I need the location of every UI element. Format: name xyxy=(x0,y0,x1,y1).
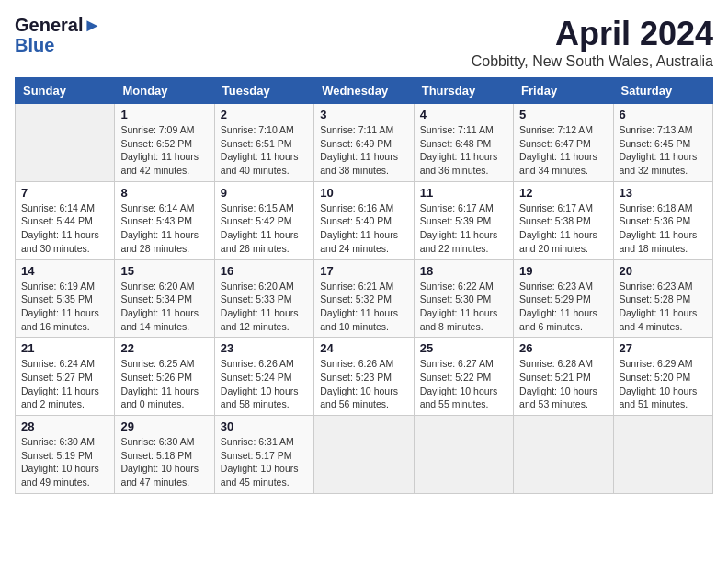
day-number: 16 xyxy=(221,264,308,278)
day-number: 17 xyxy=(320,264,407,278)
day-number: 2 xyxy=(221,108,308,121)
calendar-title: April 2024 xyxy=(472,15,713,53)
day-number: 21 xyxy=(21,341,108,355)
table-row xyxy=(514,416,613,494)
header-wednesday: Wednesday xyxy=(314,78,414,104)
day-info: Sunrise: 6:20 AM Sunset: 5:34 PM Dayligh… xyxy=(120,280,208,334)
day-info: Sunrise: 6:14 AM Sunset: 5:44 PM Dayligh… xyxy=(21,201,108,256)
day-number: 1 xyxy=(120,108,208,121)
table-row: 10Sunrise: 6:16 AM Sunset: 5:40 PM Dayli… xyxy=(314,181,414,259)
table-row: 28Sunrise: 6:30 AM Sunset: 5:19 PM Dayli… xyxy=(16,416,115,494)
table-row xyxy=(613,416,712,494)
day-number: 14 xyxy=(21,264,108,278)
table-row: 23Sunrise: 6:26 AM Sunset: 5:24 PM Dayli… xyxy=(214,338,313,416)
header-saturday: Saturday xyxy=(613,78,712,104)
table-row: 29Sunrise: 6:30 AM Sunset: 5:18 PM Dayli… xyxy=(115,416,214,494)
header-thursday: Thursday xyxy=(414,78,513,104)
calendar-table: Sunday Monday Tuesday Wednesday Thursday… xyxy=(15,77,713,494)
table-row: 12Sunrise: 6:17 AM Sunset: 5:38 PM Dayli… xyxy=(514,181,613,259)
day-info: Sunrise: 6:28 AM Sunset: 5:21 PM Dayligh… xyxy=(519,357,607,411)
table-row: 21Sunrise: 6:24 AM Sunset: 5:27 PM Dayli… xyxy=(16,338,115,416)
calendar-week-row: 7Sunrise: 6:14 AM Sunset: 5:44 PM Daylig… xyxy=(16,181,713,259)
day-info: Sunrise: 7:11 AM Sunset: 6:49 PM Dayligh… xyxy=(320,123,407,178)
table-row: 27Sunrise: 6:29 AM Sunset: 5:20 PM Dayli… xyxy=(613,338,712,416)
table-row xyxy=(414,416,513,494)
calendar-week-row: 14Sunrise: 6:19 AM Sunset: 5:35 PM Dayli… xyxy=(16,259,713,338)
day-info: Sunrise: 6:18 AM Sunset: 5:36 PM Dayligh… xyxy=(620,201,707,256)
day-number: 12 xyxy=(519,186,607,200)
table-row: 25Sunrise: 6:27 AM Sunset: 5:22 PM Dayli… xyxy=(414,338,513,416)
day-number: 27 xyxy=(620,341,707,355)
header-monday: Monday xyxy=(115,78,214,104)
day-number: 13 xyxy=(620,186,707,200)
day-info: Sunrise: 7:12 AM Sunset: 6:47 PM Dayligh… xyxy=(519,123,607,178)
day-number: 8 xyxy=(120,186,208,200)
day-number: 9 xyxy=(221,186,308,200)
day-info: Sunrise: 6:21 AM Sunset: 5:32 PM Dayligh… xyxy=(320,280,407,334)
table-row: 13Sunrise: 6:18 AM Sunset: 5:36 PM Dayli… xyxy=(613,181,712,259)
header-tuesday: Tuesday xyxy=(214,78,313,104)
day-info: Sunrise: 7:09 AM Sunset: 6:52 PM Dayligh… xyxy=(120,123,208,178)
table-row: 5Sunrise: 7:12 AM Sunset: 6:47 PM Daylig… xyxy=(514,104,613,182)
table-row: 9Sunrise: 6:15 AM Sunset: 5:42 PM Daylig… xyxy=(214,181,313,259)
day-info: Sunrise: 6:31 AM Sunset: 5:17 PM Dayligh… xyxy=(221,435,308,489)
day-number: 30 xyxy=(221,419,308,433)
header-friday: Friday xyxy=(514,78,613,104)
table-row: 8Sunrise: 6:14 AM Sunset: 5:43 PM Daylig… xyxy=(115,181,214,259)
table-row: 16Sunrise: 6:20 AM Sunset: 5:33 PM Dayli… xyxy=(214,259,313,338)
day-number: 22 xyxy=(120,341,208,355)
header-sunday: Sunday xyxy=(16,78,115,104)
day-info: Sunrise: 6:17 AM Sunset: 5:39 PM Dayligh… xyxy=(420,201,507,256)
table-row: 2Sunrise: 7:10 AM Sunset: 6:51 PM Daylig… xyxy=(214,104,313,182)
table-row: 14Sunrise: 6:19 AM Sunset: 5:35 PM Dayli… xyxy=(16,259,115,338)
table-row: 18Sunrise: 6:22 AM Sunset: 5:30 PM Dayli… xyxy=(414,259,513,338)
table-row: 4Sunrise: 7:11 AM Sunset: 6:48 PM Daylig… xyxy=(414,104,513,182)
day-info: Sunrise: 6:20 AM Sunset: 5:33 PM Dayligh… xyxy=(221,280,308,334)
day-info: Sunrise: 6:26 AM Sunset: 5:23 PM Dayligh… xyxy=(320,357,407,411)
day-info: Sunrise: 6:22 AM Sunset: 5:30 PM Dayligh… xyxy=(420,280,507,334)
day-info: Sunrise: 6:26 AM Sunset: 5:24 PM Dayligh… xyxy=(221,357,308,411)
page-header: General► Blue April 2024 Cobbitty, New S… xyxy=(15,15,713,70)
calendar-week-row: 1Sunrise: 7:09 AM Sunset: 6:52 PM Daylig… xyxy=(16,104,713,182)
day-info: Sunrise: 6:19 AM Sunset: 5:35 PM Dayligh… xyxy=(21,280,108,334)
day-info: Sunrise: 6:24 AM Sunset: 5:27 PM Dayligh… xyxy=(21,357,108,411)
day-number: 23 xyxy=(221,341,308,355)
table-row: 26Sunrise: 6:28 AM Sunset: 5:21 PM Dayli… xyxy=(514,338,613,416)
table-row: 3Sunrise: 7:11 AM Sunset: 6:49 PM Daylig… xyxy=(314,104,414,182)
day-number: 4 xyxy=(420,108,507,121)
table-row xyxy=(16,104,115,182)
day-number: 28 xyxy=(21,419,108,433)
day-info: Sunrise: 7:11 AM Sunset: 6:48 PM Dayligh… xyxy=(420,123,507,178)
day-info: Sunrise: 7:10 AM Sunset: 6:51 PM Dayligh… xyxy=(221,123,308,178)
table-row: 11Sunrise: 6:17 AM Sunset: 5:39 PM Dayli… xyxy=(414,181,513,259)
weekday-header-row: Sunday Monday Tuesday Wednesday Thursday… xyxy=(16,78,713,104)
day-info: Sunrise: 6:30 AM Sunset: 5:19 PM Dayligh… xyxy=(21,435,108,489)
logo: General► Blue xyxy=(15,15,101,55)
day-number: 10 xyxy=(320,186,407,200)
table-row: 24Sunrise: 6:26 AM Sunset: 5:23 PM Dayli… xyxy=(314,338,414,416)
day-number: 3 xyxy=(320,108,407,121)
day-number: 26 xyxy=(519,341,607,355)
day-number: 11 xyxy=(420,186,507,200)
day-info: Sunrise: 6:23 AM Sunset: 5:29 PM Dayligh… xyxy=(519,280,607,334)
day-info: Sunrise: 6:29 AM Sunset: 5:20 PM Dayligh… xyxy=(620,357,707,411)
day-number: 18 xyxy=(420,264,507,278)
day-number: 25 xyxy=(420,341,507,355)
day-number: 19 xyxy=(519,264,607,278)
table-row: 6Sunrise: 7:13 AM Sunset: 6:45 PM Daylig… xyxy=(613,104,712,182)
day-info: Sunrise: 6:17 AM Sunset: 5:38 PM Dayligh… xyxy=(519,201,607,256)
table-row xyxy=(314,416,414,494)
calendar-week-row: 28Sunrise: 6:30 AM Sunset: 5:19 PM Dayli… xyxy=(16,416,713,494)
table-row: 17Sunrise: 6:21 AM Sunset: 5:32 PM Dayli… xyxy=(314,259,414,338)
day-number: 5 xyxy=(519,108,607,121)
day-info: Sunrise: 6:23 AM Sunset: 5:28 PM Dayligh… xyxy=(620,280,707,334)
day-number: 6 xyxy=(620,108,707,121)
day-info: Sunrise: 6:15 AM Sunset: 5:42 PM Dayligh… xyxy=(221,201,308,256)
day-number: 15 xyxy=(120,264,208,278)
day-number: 7 xyxy=(21,186,108,200)
day-info: Sunrise: 6:16 AM Sunset: 5:40 PM Dayligh… xyxy=(320,201,407,256)
calendar-week-row: 21Sunrise: 6:24 AM Sunset: 5:27 PM Dayli… xyxy=(16,338,713,416)
table-row: 30Sunrise: 6:31 AM Sunset: 5:17 PM Dayli… xyxy=(214,416,313,494)
table-row: 22Sunrise: 6:25 AM Sunset: 5:26 PM Dayli… xyxy=(115,338,214,416)
calendar-subtitle: Cobbitty, New South Wales, Australia xyxy=(472,53,713,70)
